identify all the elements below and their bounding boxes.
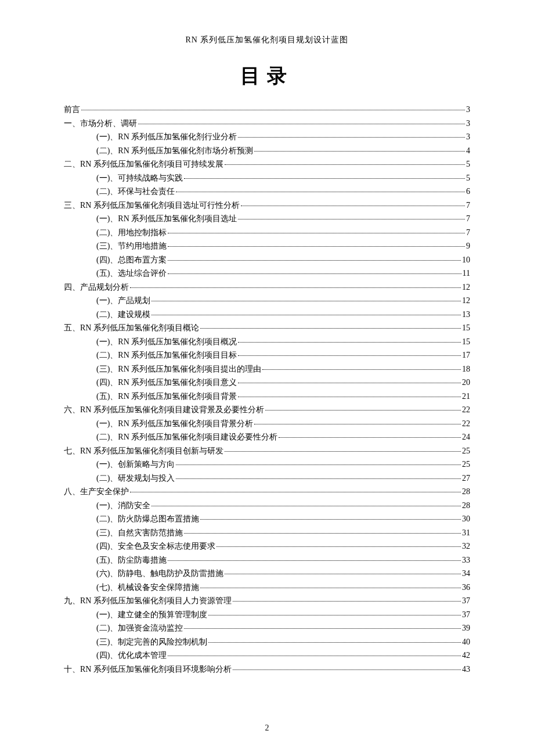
toc-entry[interactable]: (三)、自然灾害防范措施31 [64,529,470,537]
toc-leader-dots [233,669,461,670]
toc-leader-dots [238,137,465,138]
toc-leader-dots [225,164,465,165]
toc-entry[interactable]: 七、RN 系列低压加氢催化剂项目创新与研发25 [64,447,470,455]
toc-entry[interactable]: (二)、RN 系列低压加氢催化剂市场分析预测4 [64,147,470,155]
toc-entry-label: 六、RN 系列低压加氢催化剂项目建设背景及必要性分析 [64,406,264,414]
toc-entry[interactable]: (二)、研发规划与投入27 [64,474,470,483]
toc-entry-label: 二、RN 系列低压加氢催化剂项目可持续发展 [64,160,223,168]
toc-entry[interactable]: 八、生产安全保护28 [64,488,470,496]
toc-entry[interactable]: (二)、建设规模13 [64,311,470,319]
toc-entry-label: 一、市场分析、调研 [64,120,137,128]
toc-entry[interactable]: (二)、用地控制指标7 [64,229,470,237]
toc-entry-label: (二)、RN 系列低压加氢催化剂市场分析预测 [96,147,253,155]
toc-entry-label: (一)、可持续战略与实践 [96,174,183,182]
toc-entry[interactable]: (一)、RN 系列低压加氢催化剂行业分析3 [64,133,470,141]
toc-entry-label: (一)、RN 系列低压加氢催化剂项目概况 [96,338,237,346]
toc-entry[interactable]: 一、市场分析、调研3 [64,120,470,128]
toc-leader-dots [138,124,465,124]
toc-entry-page: 4 [466,147,470,155]
toc-entry[interactable]: 二、RN 系列低压加氢催化剂项目可持续发展5 [64,160,470,168]
toc-entry-label: (四)、安全色及安全标志使用要求 [96,542,215,550]
toc-entry[interactable]: (一)、消防安全28 [64,502,470,510]
toc-entry-page: 33 [462,556,470,564]
toc-entry[interactable]: (三)、节约用地措施9 [64,242,470,250]
toc-leader-dots [176,465,461,465]
toc-entry[interactable]: (四)、总图布置方案10 [64,256,470,264]
toc-entry[interactable]: (一)、RN 系列低压加氢催化剂项目概况15 [64,338,470,346]
toc-entry-label: (二)、RN 系列低压加氢催化剂项目目标 [96,351,237,359]
toc-leader-dots [241,206,465,206]
toc-entry[interactable]: (三)、RN 系列低压加氢催化剂项目提出的理由18 [64,365,470,373]
document-page: RN 系列低压加氢催化剂项目规划设计蓝图 目录 前言3一、市场分析、调研3(一)… [0,0,534,702]
toc-entry[interactable]: 十、RN 系列低压加氢催化剂项目环境影响分析43 [64,665,470,674]
toc-entry-label: (一)、RN 系列低压加氢催化剂行业分析 [96,133,237,141]
toc-entry[interactable]: 六、RN 系列低压加氢催化剂项目建设背景及必要性分析22 [64,406,470,414]
toc-entry[interactable]: (六)、防静电、触电防护及防雷措施34 [64,570,470,578]
toc-entry[interactable]: 前言3 [64,106,470,114]
toc-entry-label: (一)、创新策略与方向 [96,460,175,469]
toc-entry-page: 12 [462,283,470,291]
toc-leader-dots [168,246,465,247]
toc-entry-page: 17 [462,351,470,359]
toc-entry[interactable]: (一)、RN 系列低压加氢催化剂项目背景分析22 [64,420,470,428]
toc-entry[interactable]: (一)、RN 系列低压加氢催化剂项目选址7 [64,215,470,223]
toc-entry-page: 6 [466,188,470,196]
toc-leader-dots [200,328,461,329]
toc-entry[interactable]: (四)、优化成本管理42 [64,651,470,660]
toc-entry-page: 9 [466,242,470,250]
toc-entry[interactable]: 九、RN 系列低压加氢催化剂项目人力资源管理37 [64,597,470,605]
toc-entry[interactable]: (一)、创新策略与方向25 [64,460,470,469]
toc-entry[interactable]: (五)、防尘防毒措施33 [64,556,470,564]
toc-entry-page: 34 [462,570,470,578]
toc-entry-label: (七)、机械设备安全保障措施 [96,584,199,592]
toc-entry-page: 25 [462,460,470,469]
toc-entry[interactable]: (五)、选址综合评价11 [64,269,470,278]
toc-entry-page: 31 [462,529,470,537]
toc-entry[interactable]: 五、RN 系列低压加氢催化剂项目概论15 [64,324,470,332]
toc-entry[interactable]: (七)、机械设备安全保障措施36 [64,584,470,592]
toc-entry-page: 15 [462,324,470,332]
toc-entry[interactable]: (二)、RN 系列低压加氢催化剂项目目标17 [64,351,470,359]
toc-entry-page: 5 [466,174,470,182]
toc-leader-dots [200,588,461,588]
toc-entry-label: (六)、防静电、触电防护及防雷措施 [96,570,223,578]
toc-entry-page: 11 [463,269,470,278]
toc-entry-page: 37 [462,611,470,619]
toc-leader-dots [238,383,461,383]
page-header: RN 系列低压加氢催化剂项目规划设计蓝图 [64,35,470,45]
toc-entry[interactable]: (一)、可持续战略与实践5 [64,174,470,182]
toc-entry-page: 7 [466,229,470,237]
toc-entry-page: 21 [462,393,470,401]
toc-entry-label: 三、RN 系列低压加氢催化剂项目选址可行性分析 [64,201,240,210]
toc-leader-dots [238,355,461,356]
toc-entry[interactable]: (一)、建立健全的预算管理制度37 [64,611,470,619]
toc-entry[interactable]: (五)、RN 系列低压加氢催化剂项目背景21 [64,393,470,401]
toc-entry-label: (一)、RN 系列低压加氢催化剂项目选址 [96,215,237,223]
toc-entry[interactable]: (四)、安全色及安全标志使用要求32 [64,542,470,550]
toc-leader-dots [225,451,461,452]
toc-entry-page: 15 [462,338,470,346]
toc-entry[interactable]: (二)、防火防爆总图布置措施30 [64,515,470,523]
toc-entry[interactable]: (一)、产品规划12 [64,297,470,305]
toc-entry[interactable]: 四、产品规划分析12 [64,283,470,291]
toc-entry[interactable]: (三)、制定完善的风险控制机制40 [64,638,470,646]
toc-entry[interactable]: 三、RN 系列低压加氢催化剂项目选址可行性分析7 [64,201,470,210]
toc-entry[interactable]: (二)、RN 系列低压加氢催化剂项目建设必要性分析24 [64,433,470,441]
toc-entry-label: (四)、RN 系列低压加氢催化剂项目意义 [96,379,237,387]
toc-entry-label: (一)、建立健全的预算管理制度 [96,611,207,619]
toc-entry-page: 28 [462,488,470,496]
toc-leader-dots [168,233,465,233]
toc-leader-dots [254,151,465,152]
toc-entry-label: (四)、总图布置方案 [96,256,167,264]
toc-leader-dots [151,301,461,301]
toc-entry[interactable]: (二)、加强资金流动监控39 [64,624,470,632]
toc-entry-page: 22 [462,420,470,428]
toc-entry-page: 13 [462,311,470,319]
toc-entry-label: (三)、自然灾害防范措施 [96,529,183,537]
toc-entry-label: (四)、优化成本管理 [96,651,167,660]
toc-entry[interactable]: (四)、RN 系列低压加氢催化剂项目意义20 [64,379,470,387]
toc-entry[interactable]: (二)、环保与社会责任6 [64,188,470,196]
toc-entry-page: 3 [466,133,470,141]
toc-leader-dots [208,615,461,615]
table-of-contents: 前言3一、市场分析、调研3(一)、RN 系列低压加氢催化剂行业分析3(二)、RN… [64,106,470,674]
